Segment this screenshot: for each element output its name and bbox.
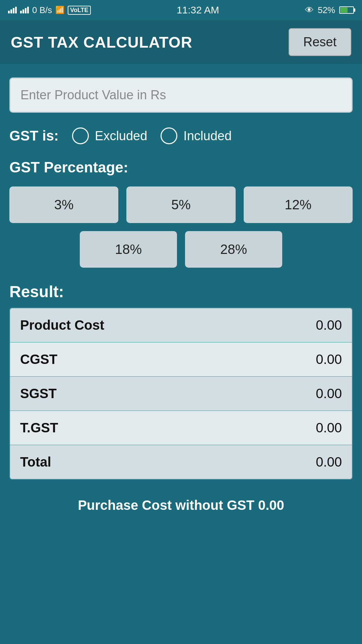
- result-row-sgst: SGST 0.00: [10, 377, 352, 411]
- pct-row-2: 18% 28%: [9, 231, 353, 268]
- gst-is-label: GST is:: [9, 128, 59, 144]
- total-label: Total: [20, 454, 51, 470]
- result-table: Product Cost 0.00 CGST 0.00 SGST 0.00 T.…: [9, 308, 353, 480]
- radio-circle-excluded[interactable]: [72, 127, 89, 144]
- result-row-cgst: CGST 0.00: [10, 342, 352, 377]
- cgst-label: CGST: [20, 352, 57, 367]
- volte-badge: VoLTE: [68, 6, 90, 15]
- app-title: GST TAX CALCULATOR: [11, 33, 192, 51]
- battery-icon: [339, 6, 354, 14]
- product-cost-value: 0.00: [316, 318, 342, 333]
- pct-btn-28[interactable]: 28%: [185, 231, 282, 268]
- signal-bars-1: [8, 7, 17, 13]
- gst-percentage-label: GST Percentage:: [9, 159, 353, 176]
- result-row-total: Total 0.00: [10, 445, 352, 479]
- result-row-tgst: T.GST 0.00: [10, 411, 352, 445]
- pct-btn-18[interactable]: 18%: [80, 231, 177, 268]
- signal-bars-2: [20, 7, 29, 13]
- radio-label-included: Included: [183, 129, 232, 143]
- product-cost-label: Product Cost: [20, 318, 104, 333]
- radio-label-excluded: Excluded: [95, 129, 147, 143]
- radio-excluded[interactable]: Excluded: [72, 127, 147, 144]
- radio-included[interactable]: Included: [161, 127, 232, 144]
- gst-percentage-section: GST Percentage: 3% 5% 12% 18% 28%: [9, 159, 353, 268]
- sgst-label: SGST: [20, 386, 57, 401]
- pct-btn-3[interactable]: 3%: [9, 186, 118, 223]
- eye-icon: 👁: [305, 5, 314, 15]
- status-right: 👁 52%: [305, 5, 354, 15]
- cgst-value: 0.00: [316, 352, 342, 367]
- status-time: 11:32 AM: [177, 4, 219, 16]
- status-bar: 0 B/s 📶 VoLTE 11:32 AM 👁 52%: [0, 0, 362, 20]
- pct-row-1: 3% 5% 12%: [9, 186, 353, 223]
- battery-percent: 52%: [318, 5, 335, 15]
- wifi-icon: 📶: [55, 6, 64, 14]
- tgst-label: T.GST: [20, 420, 58, 435]
- app-header: GST TAX CALCULATOR Reset: [0, 20, 362, 64]
- total-value: 0.00: [316, 454, 342, 470]
- data-speed: 0 B/s: [32, 5, 52, 15]
- radio-circle-included[interactable]: [161, 127, 177, 144]
- status-left: 0 B/s 📶 VoLTE: [8, 5, 91, 15]
- pct-btn-12[interactable]: 12%: [244, 186, 353, 223]
- product-value-input[interactable]: [9, 77, 353, 113]
- gst-type-row: GST is: Excluded Included: [9, 127, 353, 144]
- main-content: GST is: Excluded Included GST Percentage…: [0, 64, 362, 536]
- reset-button[interactable]: Reset: [289, 28, 351, 56]
- pct-btn-5[interactable]: 5%: [126, 186, 235, 223]
- result-row-product-cost: Product Cost 0.00: [10, 308, 352, 342]
- purchase-cost: Purchase Cost without GST 0.00: [9, 494, 353, 516]
- result-label: Result:: [9, 282, 353, 301]
- sgst-value: 0.00: [316, 386, 342, 401]
- tgst-value: 0.00: [316, 420, 342, 435]
